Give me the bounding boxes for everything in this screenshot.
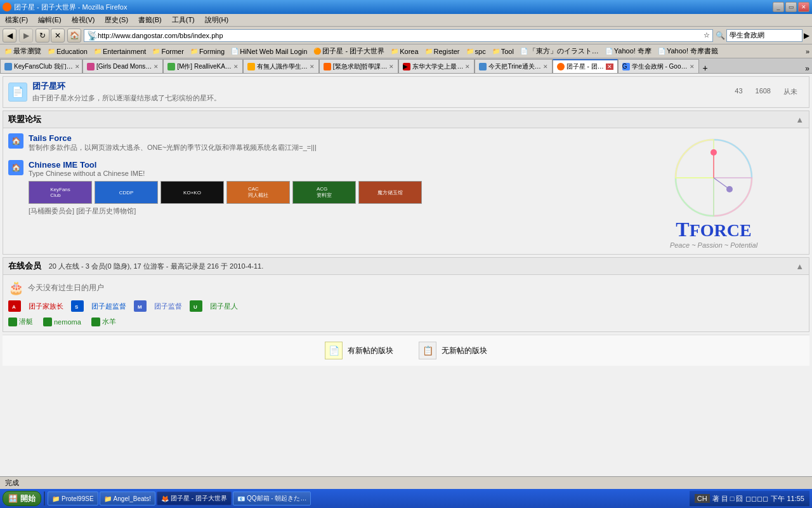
search-input[interactable] bbox=[726, 29, 802, 42]
forum-views: 1608 bbox=[756, 87, 771, 97]
bookmark-hinet[interactable]: 📄 HiNet Web Mail Login bbox=[229, 47, 309, 56]
taskbar-app-angelbeats[interactable]: 📁 Angel_Beats! bbox=[100, 491, 156, 505]
menu-help[interactable]: 說明(H) bbox=[202, 14, 231, 26]
bookmark-label: Yahoo! 奇摩書籤 bbox=[667, 46, 718, 56]
bookmark-spc[interactable]: 📁 spc bbox=[464, 47, 488, 56]
bookmark-label: 团子星 - 团子大世界 bbox=[322, 46, 384, 56]
taskbar-app-protel[interactable]: 📁 Protel99SE bbox=[48, 491, 98, 505]
folder-icon: 📁 bbox=[425, 48, 433, 55]
tab-close-button[interactable]: ✕ bbox=[75, 64, 80, 70]
menu-edit[interactable]: 編輯(E) bbox=[36, 14, 64, 26]
app-label: Protel99SE bbox=[62, 495, 94, 502]
tails-title[interactable]: Tails Force bbox=[29, 133, 317, 143]
bookmark-former[interactable]: 📁 Former bbox=[150, 47, 185, 56]
taskbar-app-dangostar[interactable]: 🦊 团子星 - 团子大世界 bbox=[157, 491, 232, 505]
close-button[interactable]: ✕ bbox=[798, 2, 809, 12]
bookmark-register[interactable]: 📁 Register bbox=[423, 47, 462, 56]
search-submit-icon[interactable]: ▶ bbox=[804, 31, 809, 40]
bookmark-toho[interactable]: 📄 「東方」のイラスト… bbox=[518, 46, 601, 57]
back-button[interactable]: ◀ bbox=[3, 29, 16, 43]
forum-title[interactable]: 团子星环 bbox=[32, 81, 730, 92]
taskbar-tray-icons: ◻◻◻◻ bbox=[745, 495, 768, 503]
bookmark-label: Tool bbox=[501, 48, 514, 55]
tails-home-icon: 🏠 bbox=[8, 133, 23, 149]
menu-file[interactable]: 檔案(F) bbox=[3, 14, 30, 26]
taskbar-app-qq[interactable]: 📧 QQ邮箱 - 朝起きた… bbox=[233, 491, 311, 505]
banner-cac[interactable]: CAC同人截社 bbox=[226, 181, 290, 204]
start-button[interactable]: 🪟 開始 bbox=[3, 491, 41, 506]
member-icon bbox=[8, 318, 17, 326]
member-qianting: 潜艇 bbox=[8, 317, 33, 326]
nav-bar: ◀ ▶ ↻ ✕ 🏠 📡 http://www.dangostar.com/bbs… bbox=[0, 27, 812, 44]
alliance-left: 🏠 Tails Force 暂制作多款作品，以网页游戏大逃杀、ONE~光辉的季节… bbox=[3, 128, 619, 254]
bookmark-label: Entertainment bbox=[103, 48, 146, 55]
member-name[interactable]: 潜艇 bbox=[19, 317, 33, 326]
tab-close-button[interactable]: ✕ bbox=[606, 64, 613, 70]
new-posts-label: 有新帖的版块 bbox=[348, 345, 393, 356]
tab-girls[interactable]: [Girls Dead Mons… ✕ bbox=[82, 59, 163, 73]
tab-philosophy[interactable]: [緊急求助]哲學課… ✕ bbox=[319, 59, 399, 73]
home-button[interactable]: 🏠 bbox=[67, 29, 81, 43]
tforce-name: TFORCE bbox=[669, 218, 758, 241]
forum-icon: 📄 bbox=[8, 83, 27, 102]
forward-button[interactable]: ▶ bbox=[19, 29, 33, 43]
tab-close-button[interactable]: ✕ bbox=[310, 64, 315, 70]
address-bar[interactable]: 📡 http://www.dangostar.com/bbs/index.php… bbox=[84, 29, 713, 42]
banner-keyfans[interactable]: KeyFansClub bbox=[29, 181, 92, 204]
minimize-button[interactable]: _ bbox=[773, 2, 784, 12]
bookmark-label: HiNet Web Mail Login bbox=[240, 48, 307, 55]
new-tab-button[interactable]: + bbox=[699, 63, 712, 73]
tab-close-button[interactable]: ✕ bbox=[233, 64, 239, 70]
bookmark-dangostar[interactable]: 🟠 团子星 - 团子大世界 bbox=[311, 46, 386, 57]
menu-bookmarks[interactable]: 書籤(B) bbox=[136, 14, 164, 26]
tab-google[interactable]: G 学生会政纲 - Goo… ✕ bbox=[618, 59, 699, 73]
tab-close-button[interactable]: ✕ bbox=[543, 64, 548, 70]
bookmark-yahoo-bookmarks[interactable]: 📄 Yahoo! 奇摩書籤 bbox=[656, 46, 720, 57]
bookmark-tool[interactable]: 📁 Tool bbox=[490, 47, 516, 56]
menu-view[interactable]: 檢視(V) bbox=[69, 14, 98, 26]
member-name[interactable]: nemoma bbox=[54, 318, 81, 326]
tab-video[interactable]: ▶ 东华大学史上最… ✕ bbox=[398, 59, 475, 73]
restore-button[interactable]: ▭ bbox=[785, 2, 797, 12]
ime-title[interactable]: Chinese IME Tool bbox=[29, 160, 145, 170]
bookmark-korea[interactable]: 📁 Korea bbox=[389, 47, 420, 56]
menu-history[interactable]: 歷史(S) bbox=[102, 14, 131, 26]
tab-favicon bbox=[557, 63, 565, 70]
bookmark-yahoo[interactable]: 📄 Yahoo! 奇摩 bbox=[603, 46, 653, 57]
bookmark-education[interactable]: 📁 Education bbox=[46, 47, 89, 56]
status-text: 完成 bbox=[5, 478, 19, 488]
tab-close-button[interactable]: ✕ bbox=[389, 64, 394, 70]
forum-info: 团子星环 由于团子星水分过多，所以逐渐凝结形成了七彩缤纷的星环。 bbox=[32, 81, 730, 103]
tab-favicon: G bbox=[622, 63, 630, 70]
tab-label: [M作] RealliveKA… bbox=[177, 62, 232, 71]
banner-koko[interactable]: KO×KO bbox=[160, 181, 224, 204]
bookmark-label: spc bbox=[475, 48, 486, 55]
tab-student[interactable]: 有無人識作學生… ✕ bbox=[243, 59, 319, 73]
banner-cddp[interactable]: CDDP bbox=[95, 181, 158, 204]
forum-posts: 43 bbox=[735, 87, 742, 97]
tab-favicon bbox=[4, 63, 12, 70]
tab-dangostar[interactable]: 团子星 - 团… ✕ bbox=[553, 59, 618, 73]
member-name[interactable]: 水羊 bbox=[102, 317, 116, 326]
menu-tools[interactable]: 工具(T) bbox=[169, 14, 197, 26]
banner-magic[interactable]: 魔方储玉馆 bbox=[358, 181, 422, 204]
bookmark-label: Register bbox=[434, 48, 460, 55]
tabs-bar: KeyFansClub 我们… ✕ [Girls Dead Mons… ✕ [M… bbox=[0, 58, 812, 74]
stop-button[interactable]: ✕ bbox=[51, 29, 65, 43]
svg-text:S: S bbox=[75, 304, 79, 310]
tforce-circle-svg bbox=[669, 133, 758, 222]
online-toggle[interactable]: ▲ bbox=[796, 262, 804, 271]
birthday-row: 🎂 今天没有过生日的用户 bbox=[8, 280, 804, 295]
bookmark-entertainment[interactable]: 📁 Entertainment bbox=[92, 47, 148, 56]
alliance-toggle[interactable]: ▲ bbox=[796, 115, 804, 124]
tab-realliveka[interactable]: [M作] RealliveKA… ✕ bbox=[163, 59, 243, 73]
reload-button[interactable]: ↻ bbox=[36, 29, 49, 43]
tab-trine[interactable]: 今天把Trine通关… ✕ bbox=[475, 59, 552, 73]
tab-close-button[interactable]: ✕ bbox=[465, 64, 470, 70]
tab-close-button[interactable]: ✕ bbox=[154, 64, 159, 70]
bookmark-zuichang[interactable]: 📁 最常瀏覽 bbox=[3, 46, 43, 57]
banner-acg[interactable]: ACG资料室 bbox=[292, 181, 356, 204]
tab-close-button[interactable]: ✕ bbox=[690, 64, 695, 70]
tab-keyfans[interactable]: KeyFansClub 我们… ✕ bbox=[0, 59, 82, 73]
bookmark-forming[interactable]: 📁 Forming bbox=[188, 47, 226, 56]
